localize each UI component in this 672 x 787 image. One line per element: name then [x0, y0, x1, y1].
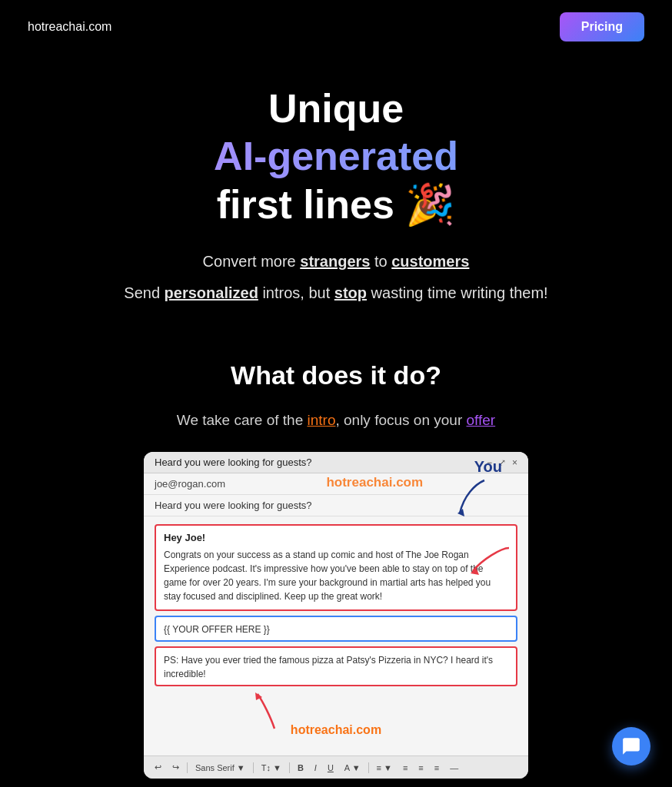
- email-mockup: hotreachai.com You Heard you were lookin…: [144, 452, 528, 779]
- italic-button[interactable]: I: [311, 762, 320, 774]
- ps-box: PS: Have you ever tried the famous pizza…: [155, 646, 517, 686]
- intro-text: We take care of the intro, only focus on…: [0, 412, 672, 429]
- close-icon[interactable]: ×: [512, 457, 517, 468]
- redo-icon[interactable]: ↪: [169, 761, 182, 774]
- hero-title-line2: AI-generated: [15, 132, 657, 180]
- chat-bubble[interactable]: [612, 727, 650, 765]
- ai-body-text: Congrats on your success as a stand up c…: [164, 548, 508, 603]
- underline-button[interactable]: U: [324, 762, 337, 774]
- email-toolbar: ↩ ↪ Sans Serif ▼ T↕ ▼ B I U A ▼ ≡ ▼ ≡ ≡ …: [144, 755, 528, 779]
- toolbar-sep4: [368, 762, 369, 773]
- email-topbar: Heard you were looking for guests? − ⤢ ×: [144, 452, 528, 473]
- watermark-bottom-area: hotreachai.com: [144, 694, 528, 755]
- nav-logo: hotreachai.com: [28, 20, 111, 34]
- pricing-button[interactable]: Pricing: [560, 12, 644, 42]
- navbar: hotreachai.com Pricing: [0, 0, 672, 54]
- undo-icon[interactable]: ↩: [151, 761, 165, 774]
- ai-greeting: Hey Joe!: [164, 532, 508, 543]
- email-subject: Heard you were looking for guests?: [144, 495, 528, 516]
- font-size-select[interactable]: T↕ ▼: [258, 762, 284, 774]
- list-button[interactable]: ≡: [400, 762, 411, 774]
- hero-title-line1: Unique: [15, 85, 657, 132]
- align-button[interactable]: ≡ ▼: [374, 762, 395, 774]
- offer-link[interactable]: offer: [467, 412, 496, 428]
- indent-button[interactable]: ≡: [431, 762, 442, 774]
- hero-section: Unique AI-generated first lines 🎉 Conver…: [0, 54, 672, 317]
- hero-title-line3: first lines 🎉: [15, 181, 657, 228]
- font-family-select[interactable]: Sans Serif ▼: [192, 762, 248, 774]
- more-button[interactable]: —: [447, 762, 461, 774]
- ps-text: PS: Have you ever tried the famous pizza…: [164, 655, 493, 679]
- email-from: joe@rogan.com: [144, 473, 528, 495]
- offer-box: {{ YOUR OFFER HERE }}: [155, 616, 517, 642]
- toolbar-sep1: [187, 762, 188, 773]
- intro-link[interactable]: intro: [307, 412, 335, 428]
- chat-icon: [621, 736, 641, 756]
- hero-subtitle2: Send personalized intros, but stop wasti…: [15, 284, 657, 302]
- expand-icon[interactable]: ⤢: [498, 457, 506, 468]
- hero-title: Unique AI-generated first lines 🎉: [15, 85, 657, 228]
- hero-subtitle1: Convert more strangers to customers: [15, 253, 657, 271]
- watermark-bottom: hotreachai.com: [155, 723, 517, 737]
- what-section: What does it do? We take care of the int…: [0, 360, 672, 779]
- ordered-list-button[interactable]: ≡: [415, 762, 426, 774]
- offer-placeholder: {{ YOUR OFFER HERE }}: [164, 624, 270, 635]
- section-heading: What does it do?: [0, 360, 672, 390]
- ps-arrow-icon: [251, 686, 298, 732]
- font-color-button[interactable]: A ▼: [341, 762, 364, 774]
- toolbar-sep2: [253, 762, 254, 773]
- bold-button[interactable]: B: [294, 762, 307, 774]
- email-topbar-controls: − ⤢ ×: [487, 457, 517, 468]
- toolbar-sep3: [289, 762, 290, 773]
- ai-generated-box: Hey Joe! Congrats on your success as a s…: [155, 524, 517, 611]
- email-topbar-subject: Heard you were looking for guests?: [155, 457, 312, 468]
- minimize-icon[interactable]: −: [487, 457, 492, 468]
